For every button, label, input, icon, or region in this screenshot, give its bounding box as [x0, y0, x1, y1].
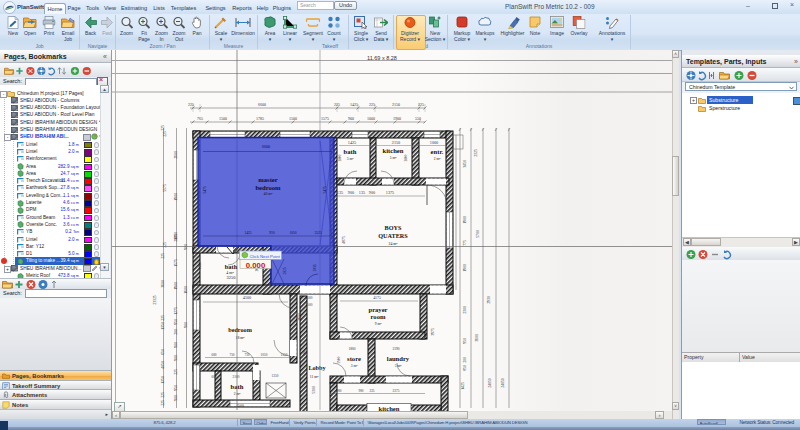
svg-text:225: 225: [369, 389, 374, 393]
svg-text:225: 225: [161, 315, 165, 321]
svg-text:1425: 1425: [348, 140, 356, 145]
svg-text:laundry: laundry: [387, 355, 410, 362]
svg-text:Click Next Point: Click Next Point: [250, 254, 281, 259]
svg-text:3975: 3975: [431, 328, 435, 336]
svg-text:5575: 5575: [163, 184, 167, 192]
svg-text:1575: 1575: [174, 259, 178, 267]
svg-text:900: 900: [358, 389, 363, 393]
svg-text:1425: 1425: [461, 382, 465, 390]
svg-text:1800: 1800: [348, 347, 355, 351]
svg-text:1300: 1300: [215, 384, 219, 391]
svg-text:775: 775: [463, 240, 467, 246]
svg-text:600: 600: [211, 375, 216, 379]
svg-text:bath: bath: [344, 148, 357, 155]
svg-text:kitchen: kitchen: [383, 147, 404, 154]
svg-text:135: 135: [359, 190, 365, 195]
svg-text:900: 900: [174, 342, 178, 348]
svg-text:550: 550: [415, 116, 421, 121]
svg-text:6600: 6600: [262, 144, 270, 149]
svg-text:4050: 4050: [161, 361, 165, 369]
svg-text:1500: 1500: [306, 296, 313, 300]
svg-text:2800: 2800: [404, 154, 408, 161]
svg-text:225: 225: [163, 242, 167, 248]
svg-text:2375: 2375: [393, 389, 400, 393]
svg-text:1900: 1900: [463, 264, 467, 272]
svg-text:2800: 2800: [338, 154, 342, 161]
svg-text:5700: 5700: [476, 230, 480, 238]
svg-text:4175: 4175: [373, 296, 381, 300]
svg-text:1275: 1275: [174, 307, 178, 315]
svg-text:1900: 1900: [174, 282, 178, 290]
svg-text:2900: 2900: [298, 313, 302, 321]
svg-text:225: 225: [174, 369, 178, 375]
svg-text:900: 900: [348, 116, 354, 121]
svg-text:900: 900: [184, 244, 188, 250]
svg-text:entr.: entr.: [431, 148, 444, 155]
svg-text:225: 225: [418, 102, 424, 107]
svg-text:600: 600: [211, 353, 216, 357]
svg-text:2100: 2100: [233, 375, 240, 379]
svg-text:750: 750: [229, 353, 234, 357]
svg-text:3450: 3450: [463, 160, 467, 168]
svg-text:room: room: [371, 313, 386, 320]
svg-text:1350: 1350: [161, 376, 165, 384]
svg-text:1425: 1425: [244, 231, 251, 235]
svg-text:3 m²: 3 m²: [395, 364, 402, 368]
svg-text:0.000: 0.000: [246, 261, 266, 270]
svg-text:1000: 1000: [367, 116, 375, 121]
svg-text:900: 900: [174, 395, 178, 401]
svg-text:3 m²: 3 m²: [347, 157, 354, 161]
svg-text:2600: 2600: [174, 151, 178, 159]
svg-text:900: 900: [174, 355, 178, 361]
svg-text:225: 225: [163, 131, 167, 137]
svg-text:225: 225: [161, 400, 165, 406]
svg-text:1050: 1050: [289, 231, 296, 235]
svg-text:24 m²: 24 m²: [389, 242, 399, 246]
svg-text:3525: 3525: [314, 231, 321, 235]
svg-text:135: 135: [337, 190, 343, 195]
svg-text:23325: 23325: [153, 295, 157, 305]
svg-text:BOYS: BOYS: [385, 224, 402, 231]
svg-text:3600: 3600: [475, 334, 479, 342]
svg-text:40 m²: 40 m²: [264, 192, 274, 196]
svg-text:3250: 3250: [227, 275, 237, 280]
svg-text:1800: 1800: [198, 262, 202, 269]
svg-text:225: 225: [369, 102, 375, 107]
svg-text:1500: 1500: [289, 116, 297, 121]
svg-text:2325: 2325: [474, 149, 478, 157]
svg-text:2 m²: 2 m²: [434, 157, 441, 161]
svg-text:6600: 6600: [258, 102, 266, 107]
svg-text:24050: 24050: [501, 378, 505, 388]
svg-text:2150: 2150: [392, 140, 400, 145]
svg-text:2930: 2930: [487, 296, 491, 304]
svg-text:2190: 2190: [392, 347, 399, 351]
svg-text:1900: 1900: [174, 193, 178, 201]
svg-text:1900: 1900: [393, 116, 401, 121]
svg-text:24050: 24050: [488, 378, 492, 388]
svg-text:1000: 1000: [430, 140, 438, 145]
svg-text:1900: 1900: [337, 356, 341, 363]
svg-text:3 m²: 3 m²: [351, 364, 358, 368]
svg-text:200: 200: [174, 329, 178, 335]
svg-text:900: 900: [369, 190, 375, 195]
svg-text:750: 750: [244, 353, 249, 357]
svg-text:3600: 3600: [161, 280, 165, 288]
svg-text:950: 950: [463, 338, 467, 344]
svg-text:225: 225: [161, 253, 165, 259]
svg-text:2025: 2025: [283, 267, 287, 274]
svg-text:QUATERS: QUATERS: [378, 232, 408, 239]
svg-text:1350: 1350: [272, 374, 279, 378]
svg-text:765: 765: [197, 116, 203, 121]
svg-text:950: 950: [174, 385, 178, 391]
svg-text:1800: 1800: [174, 232, 178, 240]
svg-text:prayer: prayer: [368, 306, 387, 313]
svg-text:650: 650: [161, 349, 165, 355]
svg-text:2035: 2035: [313, 264, 317, 271]
svg-text:5475: 5475: [203, 186, 207, 193]
svg-text:1500: 1500: [219, 116, 227, 121]
svg-text:5 m²: 5 m²: [390, 156, 397, 160]
svg-text:1500: 1500: [306, 303, 313, 307]
svg-text:bedroom: bedroom: [228, 326, 252, 333]
svg-text:4875: 4875: [342, 236, 346, 244]
svg-text:950: 950: [174, 319, 178, 325]
